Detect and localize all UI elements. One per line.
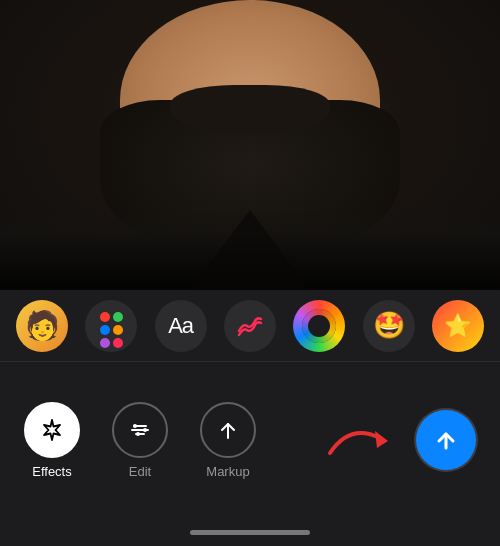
camera-preview — [0, 0, 500, 290]
handwriting-icon — [235, 311, 265, 341]
markup-icon — [214, 416, 242, 444]
digital-touch-button[interactable]: ● — [293, 300, 345, 352]
text-icon: Aa — [168, 313, 193, 339]
colors-icon — [97, 312, 125, 340]
effects-label: Effects — [32, 464, 72, 479]
digital-touch-icon: ● — [316, 319, 323, 333]
emoji-stickers-button[interactable]: 🤩 — [363, 300, 415, 352]
markup-label: Markup — [206, 464, 249, 479]
effects-circle — [24, 402, 80, 458]
icon-row: 🧑 Aa — [0, 290, 500, 362]
markup-button[interactable]: Markup — [200, 402, 256, 479]
mustache — [170, 85, 330, 135]
edit-icon — [126, 416, 154, 444]
colors-button[interactable] — [85, 300, 137, 352]
camera-gradient — [0, 230, 500, 290]
handwriting-button[interactable] — [224, 300, 276, 352]
emoji-stickers-icon: 🤩 — [373, 310, 405, 341]
send-button[interactable] — [416, 410, 476, 470]
edit-circle — [112, 402, 168, 458]
more-button[interactable]: ⭐ — [432, 300, 484, 352]
memoji-icon: 🧑 — [25, 309, 60, 342]
svg-point-4 — [143, 428, 147, 432]
effects-button[interactable]: Effects — [24, 402, 80, 479]
more-icon: ⭐ — [444, 313, 471, 339]
memoji-button[interactable]: 🧑 — [16, 300, 68, 352]
send-icon — [432, 426, 460, 454]
svg-point-5 — [136, 432, 140, 436]
effects-icon — [38, 416, 66, 444]
actions-row: Effects Edit — [0, 362, 500, 518]
home-indicator — [0, 518, 500, 546]
text-button[interactable]: Aa — [155, 300, 207, 352]
svg-marker-6 — [375, 431, 388, 448]
home-bar — [190, 530, 310, 535]
svg-point-3 — [133, 424, 137, 428]
bottom-panel: 🧑 Aa — [0, 290, 500, 546]
red-arrow-indicator — [320, 413, 400, 467]
edit-button[interactable]: Edit — [112, 402, 168, 479]
edit-label: Edit — [129, 464, 151, 479]
markup-circle — [200, 402, 256, 458]
